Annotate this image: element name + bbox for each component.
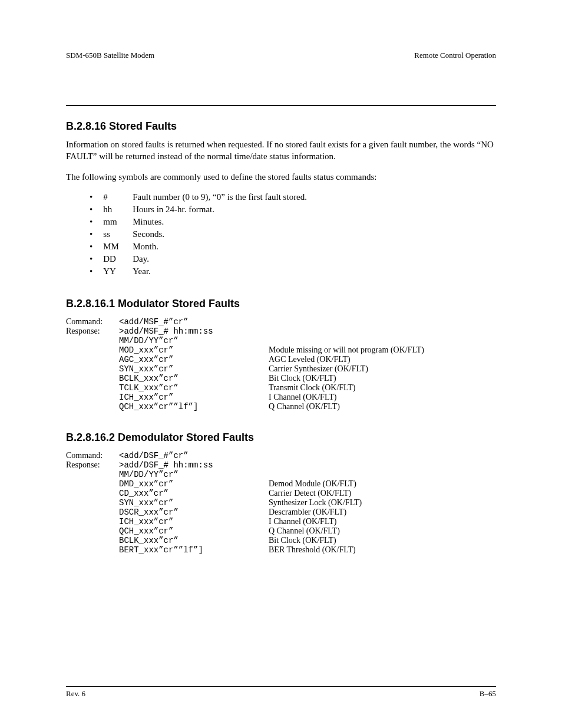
header-right: Remote Control Operation: [414, 51, 496, 60]
symbol-code: YY: [103, 265, 133, 278]
resp-code: ICH_xxx”cr”: [119, 517, 269, 526]
list-item: mmMinutes.: [90, 216, 496, 228]
resp-code: DMD_xxx”cr”: [119, 479, 269, 489]
footer-rule: [66, 686, 496, 687]
paragraph-intro-2: The following symbols are commonly used …: [66, 171, 496, 183]
response-label: Response:: [66, 327, 119, 336]
resp-code: DSCR_xxx”cr”: [119, 508, 269, 517]
list-item: DDDay.: [90, 253, 496, 265]
list-item: #Fault number (0 to 9), “0” is the first…: [90, 191, 496, 203]
command-block-modulator: Command: <add/MSF_#”cr” Response: >add/M…: [66, 317, 496, 411]
page-header: SDM-650B Satellite Modem Remote Control …: [66, 51, 496, 60]
response-label: Response:: [66, 460, 119, 470]
list-item: hhHours in 24-hr. format.: [90, 203, 496, 216]
response-header: >add/MSF_# hh:mm:ss MM/DD/YY”cr”: [119, 327, 269, 345]
resp-desc: I Channel (OK/FLT): [269, 517, 496, 526]
resp-code: TCLK_xxx”cr”: [119, 383, 269, 393]
command-text: <add/MSF_#”cr”: [119, 317, 189, 327]
footer-left: Rev. 6: [66, 689, 85, 699]
resp-code: AGC_xxx”cr”: [119, 355, 269, 364]
list-item: ssSeconds.: [90, 228, 496, 241]
resp-desc: BER Threshold (OK/FLT): [269, 545, 496, 555]
resp-desc: I Channel (OK/FLT): [269, 393, 496, 402]
response-row: Response: >add/MSF_# hh:mm:ss MM/DD/YY”c…: [66, 327, 496, 411]
resp-desc: Q Channel (OK/FLT): [269, 526, 496, 536]
command-label: Command:: [66, 451, 119, 460]
page-footer: Rev. 6 B–65: [66, 686, 496, 699]
symbol-desc: Year.: [133, 265, 151, 278]
paragraph-intro-1: Information on stored faults is returned…: [66, 139, 496, 163]
resp-desc: Carrier Detect (OK/FLT): [269, 489, 496, 498]
symbol-list: #Fault number (0 to 9), “0” is the first…: [90, 191, 496, 278]
resp-desc: Bit Clock (OK/FLT): [269, 536, 496, 545]
command-row: Command: <add/DSF_#”cr”: [66, 451, 496, 460]
symbol-desc: Day.: [133, 253, 149, 265]
header-left: SDM-650B Satellite Modem: [66, 51, 154, 60]
resp-desc: AGC Leveled (OK/FLT): [269, 355, 496, 364]
resp-code: QCH_xxx”cr”: [119, 526, 269, 536]
resp-desc: Descrambler (OK/FLT): [269, 508, 496, 517]
resp-code: BCLK_xxx”cr”: [119, 374, 269, 383]
resp-code: CD_xxx”cr”: [119, 489, 269, 498]
resp-code: SYN_xxx”cr”: [119, 498, 269, 508]
list-item: YYYear.: [90, 265, 496, 278]
symbol-code: ss: [103, 228, 133, 241]
resp-code: BCLK_xxx”cr”: [119, 536, 269, 545]
symbol-desc: Fault number (0 to 9), “0” is the first …: [133, 191, 307, 203]
resp-desc: Q Channel (OK/FLT): [269, 402, 496, 411]
command-block-demodulator: Command: <add/DSF_#”cr” Response: >add/D…: [66, 451, 496, 555]
resp-desc: Demod Module (OK/FLT): [269, 479, 496, 489]
symbol-code: mm: [103, 216, 133, 228]
response-header: >add/DSF_# hh:mm:ss MM/DD/YY”cr”: [119, 460, 269, 479]
resp-code: MOD_xxx”cr”: [119, 345, 269, 355]
response-body: >add/MSF_# hh:mm:ss MM/DD/YY”cr” MOD_xxx…: [119, 327, 496, 411]
symbol-desc: Minutes.: [133, 216, 164, 228]
symbol-code: #: [103, 191, 133, 203]
subsection-heading-demodulator: B.2.8.16.2 Demodulator Stored Faults: [66, 431, 496, 444]
symbol-code: DD: [103, 253, 133, 265]
footer-right: B–65: [480, 689, 496, 699]
response-body: >add/DSF_# hh:mm:ss MM/DD/YY”cr” DMD_xxx…: [119, 460, 496, 555]
symbol-desc: Seconds.: [133, 228, 164, 241]
header-rule: [66, 105, 496, 106]
symbol-desc: Month.: [133, 241, 158, 253]
symbol-code: hh: [103, 203, 133, 216]
response-row: Response: >add/DSF_# hh:mm:ss MM/DD/YY”c…: [66, 460, 496, 555]
resp-code: ICH_xxx”cr”: [119, 393, 269, 402]
resp-code: SYN_xxx”cr”: [119, 364, 269, 374]
resp-code: QCH_xxx”cr””lf”]: [119, 402, 269, 411]
symbol-code: MM: [103, 241, 133, 253]
resp-desc: Synthesizer Lock (OK/FLT): [269, 498, 496, 508]
resp-code: BERT_xxx”cr””lf”]: [119, 545, 269, 555]
section-heading-stored-faults: B.2.8.16 Stored Faults: [66, 120, 496, 133]
resp-desc: Module missing or will not program (OK/F…: [269, 345, 496, 355]
symbol-desc: Hours in 24-hr. format.: [133, 203, 214, 216]
resp-desc: Carrier Synthesizer (OK/FLT): [269, 364, 496, 374]
command-row: Command: <add/MSF_#”cr”: [66, 317, 496, 327]
resp-desc: Transmit Clock (OK/FLT): [269, 383, 496, 393]
list-item: MMMonth.: [90, 241, 496, 253]
resp-desc: Bit Clock (OK/FLT): [269, 374, 496, 383]
command-label: Command:: [66, 317, 119, 327]
subsection-heading-modulator: B.2.8.16.1 Modulator Stored Faults: [66, 298, 496, 310]
command-text: <add/DSF_#”cr”: [119, 451, 189, 460]
